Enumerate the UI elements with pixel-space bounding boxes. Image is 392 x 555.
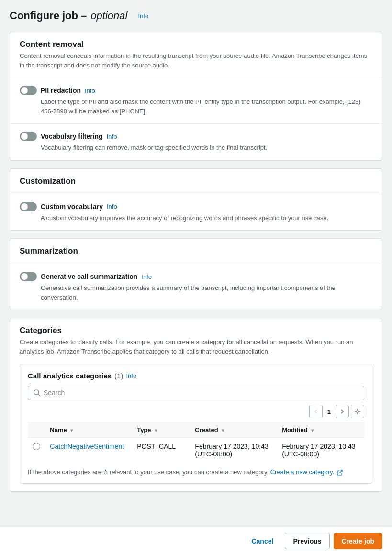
customization-title: Customization: [20, 177, 372, 186]
categories-table: Name ▾ Type ▾ Created ▾ Modified ▾: [28, 422, 364, 463]
summarization-header: Summarization: [10, 239, 382, 264]
custom-vocabulary-info-link[interactable]: Info: [107, 203, 117, 210]
custom-vocabulary-toggle[interactable]: [20, 202, 37, 211]
row-radio-cell: [28, 438, 45, 463]
create-job-button[interactable]: Create job: [334, 533, 382, 549]
cancel-button[interactable]: Cancel: [244, 533, 281, 549]
table-row: CatchNegativeSentiment POST_CALL Februar…: [28, 438, 364, 463]
pagination-prev-btn[interactable]: [309, 405, 323, 418]
name-sort-icon: ▾: [70, 428, 73, 433]
col-header-created[interactable]: Created ▾: [190, 422, 277, 438]
generative-call-info-link[interactable]: Info: [141, 273, 152, 280]
chevron-right-icon: [340, 409, 345, 414]
row-modified: February 17 2023, 10:43 (UTC-08:00): [277, 438, 364, 463]
summarization-section: Summarization Generative call summarizat…: [10, 238, 382, 310]
vocabulary-filtering-desc: Vocabulary filtering can remove, mask or…: [41, 143, 372, 153]
pii-redaction-header: PII redaction Info: [20, 86, 372, 95]
row-radio-input[interactable]: [33, 443, 40, 450]
search-box: [28, 386, 364, 400]
custom-vocabulary-slider: [20, 202, 37, 211]
generative-call-toggle[interactable]: [20, 272, 37, 281]
page-title-info-link[interactable]: Info: [138, 12, 149, 20]
create-category-link[interactable]: Create a new category.: [270, 468, 343, 476]
customization-header: Customization: [10, 169, 382, 194]
custom-vocabulary-desc: A custom vocabulary improves the accurac…: [41, 213, 372, 223]
col-header-modified[interactable]: Modified ▾: [277, 422, 364, 438]
pii-redaction-toggle[interactable]: [20, 86, 37, 95]
categories-title: Categories: [20, 326, 372, 335]
footer-note: If the above categories aren't relevant …: [28, 468, 364, 476]
content-removal-desc: Content removal conceals information in …: [20, 51, 372, 70]
custom-vocabulary-header: Custom vocabulary Info: [20, 202, 372, 211]
pii-redaction-desc: Label the type of PII and also mask the …: [41, 97, 372, 116]
svg-line-3: [340, 470, 342, 473]
pii-redaction-info-link[interactable]: Info: [85, 87, 95, 94]
search-icon: [33, 389, 41, 397]
pii-redaction-label: PII redaction: [41, 87, 81, 94]
row-name: CatchNegativeSentiment: [45, 438, 132, 463]
vocabulary-filtering-slider: [20, 132, 37, 141]
categories-section: Categories Create categories to classify…: [10, 318, 382, 492]
categories-count: (1): [114, 372, 123, 380]
summarization-title: Summarization: [20, 246, 372, 256]
vocabulary-filtering-toggle[interactable]: [20, 132, 37, 141]
pagination-current: 1: [325, 408, 334, 415]
analytics-categories-card: Call analytics categories (1) Info: [20, 364, 372, 484]
row-type: POST_CALL: [132, 438, 190, 463]
gear-icon: [354, 408, 361, 415]
generative-call-desc: Generative call summarization provides a…: [41, 283, 372, 302]
svg-line-1: [38, 394, 40, 396]
vocabulary-filtering-header: Vocabulary filtering Info: [20, 132, 372, 141]
external-link-icon: [337, 470, 343, 476]
generative-call-row: Generative call summarization Info Gener…: [10, 264, 382, 310]
row-name-link[interactable]: CatchNegativeSentiment: [50, 443, 124, 450]
pii-redaction-row: PII redaction Info Label the type of PII…: [10, 78, 382, 124]
svg-point-2: [357, 411, 358, 412]
search-input[interactable]: [44, 389, 359, 397]
custom-vocabulary-row: Custom vocabulary Info A custom vocabula…: [10, 194, 382, 231]
action-bar: Cancel Previous Create job: [0, 527, 392, 555]
generative-call-header: Generative call summarization Info: [20, 272, 372, 281]
pii-redaction-slider: [20, 86, 37, 95]
vocabulary-filtering-row: Vocabulary filtering Info Vocabulary fil…: [10, 124, 382, 160]
col-header-radio: [28, 422, 45, 438]
content-removal-title: Content removal: [20, 40, 372, 49]
pagination-next-btn[interactable]: [336, 405, 349, 418]
generative-call-slider: [20, 272, 37, 281]
content-removal-section: Content removal Content removal conceals…: [10, 32, 382, 161]
col-header-type[interactable]: Type ▾: [132, 422, 190, 438]
created-sort-icon: ▾: [222, 428, 224, 433]
chevron-left-icon: [314, 409, 318, 414]
row-created: February 17 2023, 10:43 (UTC-08:00): [190, 438, 277, 463]
categories-info-link[interactable]: Info: [126, 372, 136, 379]
vocabulary-filtering-info-link[interactable]: Info: [107, 133, 117, 140]
modified-sort-icon: ▾: [311, 428, 314, 433]
generative-call-label: Generative call summarization: [41, 273, 137, 280]
customization-section: Customization Custom vocabulary Info A c…: [10, 168, 382, 231]
col-header-name[interactable]: Name ▾: [45, 422, 132, 438]
type-sort-icon: ▾: [155, 428, 157, 433]
vocabulary-filtering-label: Vocabulary filtering: [41, 133, 103, 140]
custom-vocabulary-label: Custom vocabulary: [41, 203, 103, 211]
categories-desc: Create categories to classify calls. For…: [20, 337, 372, 356]
page-title: Configure job – optional Info: [10, 10, 382, 22]
content-removal-header: Content removal Content removal conceals…: [10, 32, 382, 78]
inner-card-title: Call analytics categories (1) Info: [28, 372, 364, 380]
previous-button[interactable]: Previous: [285, 533, 329, 549]
table-controls: 1: [28, 405, 364, 418]
table-settings-btn[interactable]: [351, 405, 364, 418]
